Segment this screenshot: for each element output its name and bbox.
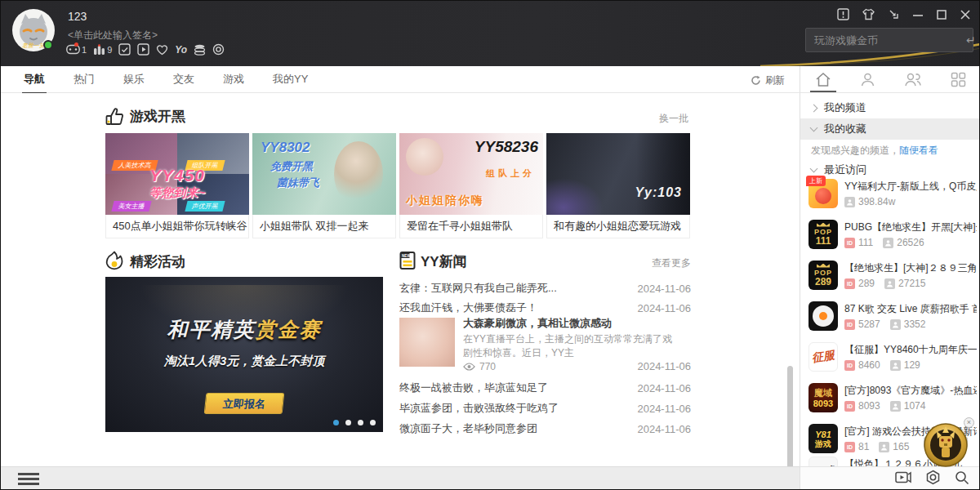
members-count: 165 [893,441,909,452]
signature-placeholder[interactable]: <单击此处输入签名> [68,29,158,42]
news-item-title: 终极一战被击败，毕凉蓝知足了 [399,381,548,395]
video-icon[interactable] [137,43,149,56]
channel-icon-welfare: 上新 [808,179,838,208]
sidebar-tab-groups[interactable] [896,66,930,92]
sidebar-tab-apps[interactable] [942,66,974,92]
members-icon [883,238,893,248]
sidebar-group-my-channels[interactable]: 我的频道 [800,97,980,118]
channel-title: 【征服】YY8460十九周年庆一起闯荡19 [844,343,977,357]
coins-icon[interactable] [194,44,206,56]
carousel-dot-active[interactable] [333,420,339,425]
gifts-count[interactable]: 9 [93,44,112,56]
channel-id-icon: ID [844,401,855,412]
channel-item[interactable]: 上新 YY福利大厅-新版上线，Q币皮肤免费领 398.84w [800,177,980,218]
news-item-title: 毕凉蓝参团，击败强敌终于吃鸡了 [399,401,559,416]
game-card-4-image: Yy:103 [546,133,690,215]
close-widget-icon[interactable]: × [964,417,974,428]
card-tag: 美女主播 [111,201,151,212]
news-item-date: 2024-11-06 [637,423,691,435]
game-card-3-caption: 爱留在千寻小姐姐带队 [399,215,543,238]
yo-icon[interactable]: Yo [175,44,187,56]
sidebar-group-my-favorites[interactable]: 我的收藏 [800,118,980,140]
channel-icon-music [808,301,838,331]
channel-icon-moyu: 魔域 8093 [808,383,838,412]
card-overlay-text: YY8302 [261,140,310,156]
news-views: 770 [463,361,496,372]
channel-item[interactable]: 87 K歌 交友 Live 庹薪招歌手 首页排行 ID5287 3352 [800,300,980,341]
minimize-icon[interactable] [912,9,924,20]
members-count: 398.84w [858,196,895,207]
games-count-value: 1 [82,45,87,55]
carousel-dot[interactable] [358,420,363,425]
message-box-icon[interactable] [837,8,849,20]
games-refresh-link[interactable]: 换一批 [659,112,688,126]
tab-myyy[interactable]: 我的YY [273,65,308,94]
banner-title: 和平精英赏金赛 [105,316,383,343]
tab-yule[interactable]: 娱乐 [123,65,145,94]
news-featured-title[interactable]: 大森豪刷微凉，真相让微凉感动 [463,316,612,331]
news-item-title: 玄律：互联网只有我自己能弄死... [399,281,557,296]
heart-icon[interactable] [156,44,168,56]
channel-item[interactable]: 魔域 8093 [官方]8093《官方魔域》-热血还在，我 ID8093 107… [800,381,980,422]
tab-daohang[interactable]: 导航 [24,65,45,94]
tab-youxi[interactable]: 游戏 [223,65,244,94]
chevron-down-icon [810,165,818,173]
game-card-2[interactable]: YY8302 免费开黑 菌妹带飞 小姐姐带队 双排一起来 [252,133,396,238]
search-input[interactable] [806,34,966,47]
channel-item[interactable]: POP 111 PUBG【绝地求生】开黑[大神]全网第一 ID111 26526 [800,218,980,259]
channel-item[interactable]: 征服 【征服】YY8460十九周年庆一起闯荡19 ID8460 129 [800,341,980,381]
banner-signup-button[interactable]: 立即报名 [204,393,285,414]
news-item[interactable]: 毕凉蓝参团，击败强敌终于吃鸡了 2024-11-06 [399,399,691,418]
video-hall-icon[interactable] [895,470,911,488]
news-item[interactable]: 还我血汗钱，大佛要债磊子！ 2024-11-06 [399,298,691,318]
refresh-icon [751,75,761,86]
game-card-4[interactable]: Yy:103 和有趣的小姐姐恋爱玩游戏 [546,133,690,238]
news-more-link[interactable]: 查看更多 [652,256,691,270]
news-item[interactable]: 微凉面子大，老毕秒同意参团 2024-11-06 [399,419,691,439]
game-card-3[interactable]: YY58236 组队上分 小姐姐陪你嗨 爱留在千寻小姐姐带队 [399,133,543,238]
carousel-dot[interactable] [370,420,376,425]
refresh-button[interactable]: 刷新 [751,74,785,87]
main-nav: 导航 热门 娱乐 交友 游戏 我的YY 刷新 [1,66,800,93]
members-count: 26526 [897,237,924,248]
lion-medal-widget[interactable]: × [920,420,973,472]
sidebar-tab-friends[interactable] [852,66,884,92]
game-card-4-caption: 和有趣的小姐姐恋爱玩游戏 [546,215,690,238]
news-featured-desc: 在YY直播平台上，主播之间的互动常常充满了戏剧性和惊喜。近日，YY主 [463,332,677,359]
collapse-to-tray-icon[interactable] [888,8,900,20]
channel-icon-yuese: 小悦色 [808,457,838,466]
channel-id: 5287 [858,318,880,330]
group-label: 我的收藏 [824,122,866,136]
gifts-count-value: 9 [107,45,112,55]
channel-icon-text: 游戏 [815,439,831,448]
activity-banner[interactable]: 和平精英赏金赛 淘汰1人得3元，赏金上不封顶 立即报名 [105,277,383,432]
channel-item[interactable]: POP 289 【绝地求生】[大神]２８９三角洲/联盟/ ID289 27215 [800,259,980,300]
discover-link[interactable]: 随便看看 [899,145,938,156]
news-item-date: 2024-11-06 [637,302,691,314]
news-item[interactable]: 玄律：互联网只有我自己能弄死... 2024-11-06 [399,278,691,298]
notification-dot [74,42,78,47]
game-card-1[interactable]: 人美技术高 组队开黑 美女主播 声优开黑 YY450 等您到来~ 450点单小姐… [105,133,249,238]
skin-theme-icon[interactable] [862,8,875,20]
main-menu-icon[interactable] [18,473,39,488]
username[interactable]: 123 [68,10,87,23]
tab-remen[interactable]: 热门 [74,65,95,94]
channel-icon-pop: POP 111 [808,220,838,249]
sign-in-icon[interactable] [118,43,131,56]
maximize-icon[interactable] [936,9,947,20]
tab-jiaoyou[interactable]: 交友 [173,65,194,94]
close-icon[interactable] [960,9,971,20]
carousel-dot[interactable] [345,420,351,425]
news-featured-thumbnail[interactable] [399,318,455,367]
games-count[interactable]: 1 [66,44,87,55]
games-section-title: 游戏开黑 [130,107,185,126]
channel-icon-text: Y81 [815,430,831,439]
search-icon[interactable] [955,470,969,488]
sidebar-tab-home[interactable] [807,66,840,92]
find-channel-icon[interactable] [925,470,941,488]
online-status-dot [43,40,53,50]
activity-section-title: 精彩活动 [130,252,185,271]
news-item[interactable]: 终极一战被击败，毕凉蓝知足了 2024-11-06 [399,378,691,398]
enter-key-icon[interactable]: ↵ [966,33,980,47]
target-icon[interactable] [212,43,225,56]
